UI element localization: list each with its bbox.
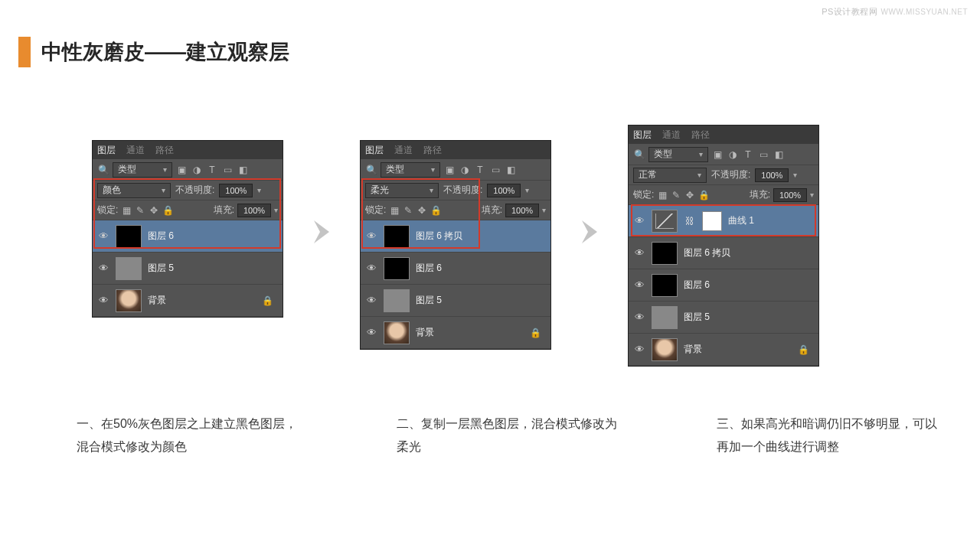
visibility-icon[interactable]: 👁	[633, 311, 645, 324]
layer-row-bg[interactable]: 👁 背景 🔒	[361, 317, 550, 349]
layer-row-curves1[interactable]: 👁 ⛓ 曲线 1	[629, 205, 818, 237]
blend-mode-dropdown[interactable]: 正常▾	[633, 168, 707, 183]
visibility-icon[interactable]: 👁	[97, 230, 109, 243]
lock-trans-icon[interactable]: ▦	[389, 204, 400, 217]
arrow-icon	[574, 217, 605, 247]
fill-value[interactable]: 100%	[505, 204, 539, 217]
filter-adjust-icon[interactable]: ◑	[727, 148, 739, 161]
visibility-icon[interactable]: 👁	[365, 230, 377, 243]
filter-smart-icon[interactable]: ◧	[237, 164, 249, 176]
filter-shape-icon[interactable]: ▭	[489, 164, 501, 176]
lock-pixels-icon[interactable]: ✎	[403, 204, 413, 217]
layer-row-layer6[interactable]: 👁 图层 6	[361, 253, 550, 285]
filter-row: 🔍 类型▾ ▣ ◑ T ▭ ◧	[629, 144, 818, 165]
kind-dropdown[interactable]: 类型▾	[381, 162, 440, 178]
opacity-value[interactable]: 100%	[219, 184, 253, 197]
layer-thumb	[384, 257, 410, 280]
blend-mode-dropdown[interactable]: 颜色▾	[97, 183, 171, 198]
page-title: 中性灰磨皮——建立观察层	[41, 38, 289, 66]
tab-paths[interactable]: 路径	[423, 144, 442, 157]
tab-channels[interactable]: 通道	[394, 144, 413, 157]
blend-mode-row: 颜色▾ 不透明度: 100%▾	[93, 181, 283, 201]
filter-type-icon[interactable]: T	[206, 164, 218, 176]
filter-adjust-icon[interactable]: ◑	[459, 164, 471, 176]
layer-row-layer6copy[interactable]: 👁 图层 6 拷贝	[629, 237, 818, 269]
lock-position-icon[interactable]: ✥	[149, 204, 159, 217]
filter-adjust-icon[interactable]: ◑	[191, 164, 203, 176]
tab-layers[interactable]: 图层	[633, 129, 652, 142]
watermark: PS设计教程网WWW.MISSYUAN.NET	[822, 6, 968, 18]
layer-row-layer5[interactable]: 👁 图层 5	[629, 302, 818, 334]
layer-row-bg[interactable]: 👁 背景 🔒	[93, 285, 283, 317]
accent-bar	[18, 37, 31, 67]
filter-shape-icon[interactable]: ▭	[757, 148, 769, 161]
lock-position-icon[interactable]: ✥	[684, 189, 695, 201]
page-title-block: 中性灰磨皮——建立观察层	[18, 37, 980, 67]
layer-thumb	[384, 321, 410, 344]
lock-row: 锁定: ▦ ✎ ✥ 🔒 填充: 100%▾	[93, 201, 283, 220]
layer-thumb	[652, 242, 678, 265]
visibility-icon[interactable]: 👁	[97, 295, 109, 307]
visibility-icon[interactable]: 👁	[633, 215, 645, 227]
panel-2-wrap: 图层 通道 路径 🔍 类型▾ ▣ ◑ T ▭ ◧ 柔光▾ 不透明度: 100%▾…	[360, 140, 551, 350]
visibility-icon[interactable]: 👁	[97, 262, 109, 275]
filter-image-icon[interactable]: ▣	[443, 164, 456, 176]
filter-type-icon[interactable]: T	[742, 148, 754, 161]
layer-row-layer5[interactable]: 👁 图层 5	[93, 253, 283, 285]
layers-panel-3: 图层 通道 路径 🔍 类型▾ ▣ ◑ T ▭ ◧ 正常▾ 不透明度: 100%▾…	[628, 125, 819, 367]
fill-value[interactable]: 100%	[773, 188, 807, 202]
layer-thumb	[652, 306, 678, 329]
opacity-label: 不透明度:	[175, 184, 214, 197]
visibility-icon[interactable]: 👁	[365, 262, 377, 275]
lock-icon: 🔒	[798, 344, 809, 355]
lock-icon: 🔒	[262, 295, 273, 306]
arrow-icon	[306, 217, 337, 247]
kind-dropdown[interactable]: 类型▾	[113, 162, 172, 178]
visibility-icon[interactable]: 👁	[633, 344, 645, 356]
lock-pixels-icon[interactable]: ✎	[135, 204, 145, 217]
search-icon: 🔍	[633, 148, 645, 161]
layer-row-layer6[interactable]: 👁 图层 6	[93, 220, 283, 253]
caption-1: 一、在50%灰色图层之上建立黑色图层，混合模式修改为颜色	[77, 412, 299, 459]
visibility-icon[interactable]: 👁	[633, 279, 645, 292]
layer-mask-thumb	[702, 211, 722, 231]
lock-row: 锁定: ▦ ✎ ✥ 🔒 填充: 100%▾	[629, 185, 818, 205]
tab-channels[interactable]: 通道	[126, 144, 145, 157]
lock-trans-icon[interactable]: ▦	[121, 204, 132, 217]
blend-mode-dropdown[interactable]: 柔光▾	[365, 183, 439, 198]
layer-row-bg[interactable]: 👁 背景 🔒	[629, 334, 818, 366]
curves-adjust-thumb	[652, 210, 678, 233]
layers-panel-2: 图层 通道 路径 🔍 类型▾ ▣ ◑ T ▭ ◧ 柔光▾ 不透明度: 100%▾…	[360, 140, 551, 350]
tab-channels[interactable]: 通道	[662, 129, 681, 142]
visibility-icon[interactable]: 👁	[365, 295, 377, 307]
lock-position-icon[interactable]: ✥	[416, 204, 427, 217]
tab-paths[interactable]: 路径	[691, 129, 710, 142]
tab-paths[interactable]: 路径	[155, 144, 174, 157]
layer-thumb	[116, 225, 142, 248]
lock-trans-icon[interactable]: ▦	[657, 189, 668, 201]
layer-thumb	[652, 338, 678, 361]
lock-all-icon[interactable]: 🔒	[698, 189, 709, 201]
filter-image-icon[interactable]: ▣	[175, 164, 188, 176]
tab-layers[interactable]: 图层	[365, 144, 384, 157]
layer-row-layer6copy[interactable]: 👁 图层 6 拷贝	[361, 220, 550, 253]
filter-shape-icon[interactable]: ▭	[221, 164, 234, 176]
filter-smart-icon[interactable]: ◧	[773, 148, 785, 161]
kind-dropdown[interactable]: 类型▾	[648, 147, 708, 162]
layer-row-layer6[interactable]: 👁 图层 6	[629, 269, 818, 302]
captions-row: 一、在50%灰色图层之上建立黑色图层，混合模式修改为颜色 二、复制一层黑色图层，…	[77, 412, 980, 459]
visibility-icon[interactable]: 👁	[365, 327, 377, 339]
layer-row-layer5[interactable]: 👁 图层 5	[361, 285, 550, 317]
lock-all-icon[interactable]: 🔒	[162, 204, 173, 217]
fill-value[interactable]: 100%	[237, 204, 271, 217]
lock-all-icon[interactable]: 🔒	[430, 204, 441, 217]
opacity-value[interactable]: 100%	[755, 168, 789, 182]
filter-smart-icon[interactable]: ◧	[505, 164, 517, 176]
filter-type-icon[interactable]: T	[474, 164, 486, 176]
filter-image-icon[interactable]: ▣	[711, 148, 724, 161]
lock-pixels-icon[interactable]: ✎	[671, 189, 681, 201]
visibility-icon[interactable]: 👁	[633, 247, 645, 259]
filter-row: 🔍 类型▾ ▣ ◑ T ▭ ◧	[361, 159, 550, 181]
opacity-value[interactable]: 100%	[487, 184, 521, 197]
tab-layers[interactable]: 图层	[97, 144, 116, 157]
